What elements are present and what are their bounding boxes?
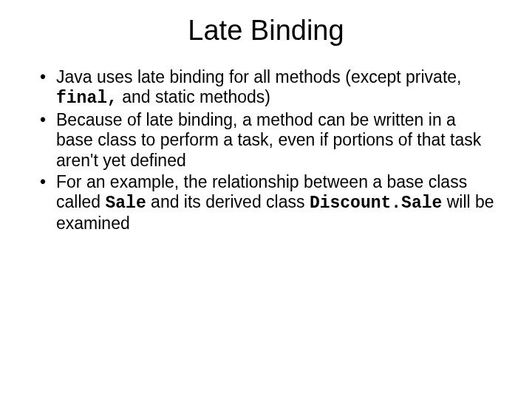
bullet-item: Because of late binding, a method can be… xyxy=(35,110,497,170)
bullet-item: Java uses late binding for all methods (… xyxy=(35,67,497,109)
bullet-text: and its derived class xyxy=(146,192,310,211)
slide-body: Java uses late binding for all methods (… xyxy=(0,67,532,233)
bullet-text: and static methods) xyxy=(117,87,270,106)
bullet-text: Because of late binding, a method can be… xyxy=(56,110,481,169)
slide-title: Late Binding xyxy=(0,15,532,47)
code-span: final, xyxy=(56,89,117,108)
code-span: Sale xyxy=(105,194,146,213)
bullet-item: For an example, the relationship between… xyxy=(35,172,497,233)
slide: Late Binding Java uses late binding for … xyxy=(0,15,532,399)
bullet-list: Java uses late binding for all methods (… xyxy=(35,67,497,233)
bullet-text: Java uses late binding for all methods (… xyxy=(56,67,461,86)
code-span: Discount.Sale xyxy=(310,194,442,213)
